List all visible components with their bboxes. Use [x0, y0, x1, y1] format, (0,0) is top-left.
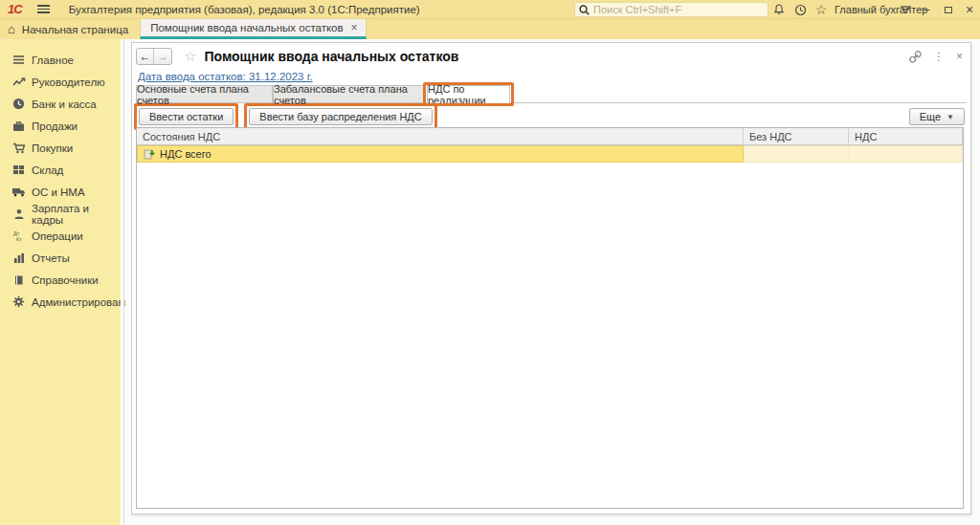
maximize-icon: [945, 7, 952, 13]
table-row-vat-total[interactable]: НДС всего: [137, 145, 963, 163]
balances-date-link[interactable]: Дата ввода остатков: 31.12.2023 г.: [138, 71, 313, 82]
highlight-box-enter-vat-base: Ввести базу распределения НДС: [244, 103, 436, 130]
main-menu-icon[interactable]: [37, 5, 50, 13]
enter-vat-distribution-base-button[interactable]: Ввести базу распределения НДС: [249, 108, 432, 125]
enter-balances-button[interactable]: Ввести остатки: [139, 108, 234, 125]
search-input[interactable]: [593, 4, 764, 15]
cell-vat[interactable]: [849, 145, 963, 163]
tab-initial-balances-assistant[interactable]: Помощник ввода начальных остатков ×: [140, 19, 366, 39]
dt-text: Дт: [13, 230, 20, 236]
cart-icon: [11, 142, 26, 155]
home-tab-label: Начальная страница: [22, 24, 128, 35]
sidebar-item-os-i-nma[interactable]: ОС и НМА: [0, 181, 121, 203]
person-icon: [11, 208, 26, 221]
more-actions-button[interactable]: Еще ▼: [909, 108, 965, 125]
get-link-icon[interactable]: [909, 51, 922, 63]
book-icon: [11, 273, 26, 287]
service-menu-icon[interactable]: [896, 0, 915, 19]
tab-vat-on-sales[interactable]: НДС по реализации: [427, 85, 510, 103]
nav-history-group: ← →: [136, 48, 172, 65]
sidebar-item-spravochniki[interactable]: Справочники: [0, 269, 121, 291]
sidebar-item-otchety[interactable]: Отчеты: [0, 247, 121, 269]
tab-offbalance-accounts[interactable]: Забалансовые счета плана счетов: [273, 85, 424, 103]
sidebar-item-rukovoditelyu[interactable]: Руководителю: [0, 71, 121, 93]
minimize-button[interactable]: –: [917, 0, 936, 19]
history-icon[interactable]: [791, 0, 810, 19]
barchart-icon: [11, 252, 26, 265]
highlight-box-enter-balances: Ввести остатки: [134, 103, 238, 130]
global-search[interactable]: [574, 2, 768, 17]
chevron-down-icon: ▼: [947, 113, 954, 121]
close-form-icon[interactable]: ×: [956, 50, 963, 63]
row-label: НДС всего: [160, 148, 212, 160]
menu-lines-icon: [11, 54, 26, 67]
vat-states-table: Состояния НДС Без НДС НДС НДС всего: [136, 127, 964, 509]
sidebar-nav: Главное Руководителю Банк и касса Продаж…: [0, 39, 121, 525]
column-header-vat[interactable]: НДС: [849, 128, 963, 144]
notifications-bell-icon[interactable]: [769, 0, 789, 19]
forward-button[interactable]: →: [154, 49, 171, 64]
page-title: Помощник ввода начальных остатков: [204, 49, 458, 64]
sidebar-item-sklad[interactable]: Склад: [0, 159, 121, 181]
sidebar-item-administrirovanie[interactable]: Администрирование: [0, 291, 121, 313]
add-favorite-star-icon[interactable]: ☆: [184, 48, 196, 65]
bank-icon: [11, 98, 26, 111]
trend-icon: [11, 76, 26, 89]
search-icon: [579, 5, 590, 15]
close-window-button[interactable]: ×: [960, 0, 979, 19]
sidebar-item-pokupki[interactable]: Покупки: [0, 137, 121, 159]
column-header-without-vat[interactable]: Без НДС: [744, 128, 849, 144]
more-menu-icon[interactable]: ⋮: [933, 50, 945, 63]
sidebar-item-bank-i-kassa[interactable]: Банк и касса: [0, 93, 121, 115]
page-tab-label: Помощник ввода начальных остатков: [150, 22, 343, 33]
vat-total-document-icon: [144, 148, 155, 160]
1c-logo: 1С: [8, 2, 22, 16]
briefcase-icon: [11, 120, 26, 133]
table-header-row: Состояния НДС Без НДС НДС: [137, 128, 963, 145]
command-bar: Ввести остатки Ввести базу распределения…: [134, 103, 967, 130]
content-area: ← → ☆ Помощник ввода начальных остатков …: [125, 39, 980, 525]
home-icon: ⌂: [8, 22, 15, 36]
page-tabbar: ⌂ Начальная страница Помощник ввода нача…: [0, 19, 980, 39]
pallet-icon: [11, 164, 26, 177]
sidebar-item-zarplata-i-kadry[interactable]: Зарплата и кадры: [0, 203, 121, 225]
form-toolbar: ← → ☆ Помощник ввода начальных остатков …: [136, 46, 967, 67]
tab-main-accounts[interactable]: Основные счета плана счетов: [136, 85, 273, 103]
back-button[interactable]: ←: [137, 49, 154, 64]
tab-home-page[interactable]: ⌂ Начальная страница: [0, 19, 140, 39]
tab-close-icon[interactable]: ×: [351, 21, 358, 34]
form-tabs: Основные счета плана счетов Забалансовые…: [136, 85, 967, 103]
app-title: Бухгалтерия предприятия (базовая), редак…: [69, 4, 420, 15]
dtkt-icon: Дт Кт: [11, 230, 26, 243]
kt-text: Кт: [16, 236, 22, 242]
sidebar-divider: [121, 39, 124, 525]
gear-icon: [11, 295, 26, 309]
cell-without-vat[interactable]: [744, 145, 849, 163]
window-titlebar: 1С Бухгалтерия предприятия (базовая), ре…: [0, 0, 980, 19]
sidebar-item-operatsii[interactable]: Дт Кт Операции: [0, 225, 121, 247]
favorites-star-icon[interactable]: ☆: [812, 0, 831, 19]
truck-icon: [11, 186, 26, 199]
assistant-form-panel: ← → ☆ Помощник ввода начальных остатков …: [131, 42, 971, 514]
sidebar-item-prodazhi[interactable]: Продажи: [0, 115, 121, 137]
maximize-button[interactable]: [939, 0, 958, 19]
column-header-vat-states[interactable]: Состояния НДС: [137, 128, 744, 144]
sidebar-item-glavnoe[interactable]: Главное: [0, 49, 121, 71]
